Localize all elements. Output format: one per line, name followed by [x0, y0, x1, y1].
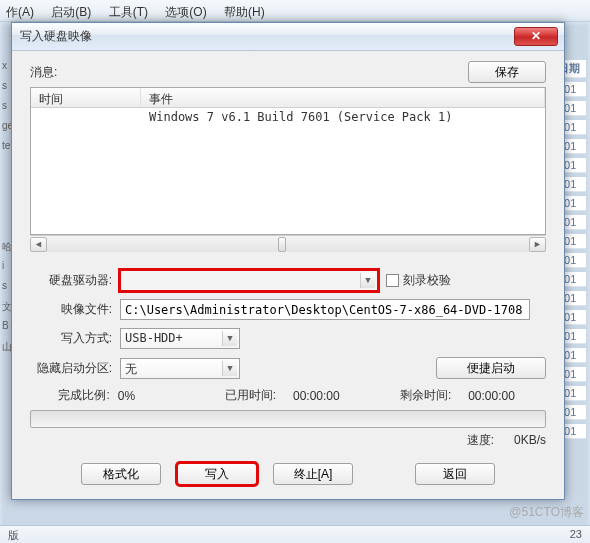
status-right: 23 — [570, 528, 582, 540]
menu-item[interactable]: 选项(O) — [165, 5, 206, 19]
messages-label: 消息: — [30, 64, 57, 81]
messages-listview[interactable]: 时间 事件 Windows 7 v6.1 Build 7601 (Service… — [30, 87, 546, 235]
close-icon: ✕ — [531, 29, 541, 43]
list-body: Windows 7 v6.1 Build 7601 (Service Pack … — [31, 108, 545, 126]
watermark: @51CTO博客 — [509, 504, 584, 521]
menu-item[interactable]: 作(A) — [6, 5, 34, 19]
chevron-down-icon[interactable]: ▼ — [360, 273, 375, 288]
col-time[interactable]: 时间 — [31, 88, 141, 107]
hide-boot-label: 隐藏启动分区: — [30, 360, 120, 377]
progress-bar — [30, 410, 546, 428]
speed-value: 0KB/s — [514, 433, 546, 447]
menu-item[interactable]: 工具(T) — [109, 5, 148, 19]
background-statusbar: 版 23 — [0, 525, 590, 543]
scroll-right-icon[interactable]: ► — [529, 237, 546, 252]
col-event[interactable]: 事件 — [141, 88, 545, 107]
status-left: 版 — [8, 529, 19, 541]
done-label: 完成比例: — [30, 387, 118, 404]
elapsed-label: 已用时间: — [225, 387, 293, 404]
chevron-down-icon[interactable]: ▼ — [222, 331, 237, 346]
cell-time — [31, 108, 141, 126]
format-button[interactable]: 格式化 — [81, 463, 161, 485]
save-button[interactable]: 保存 — [468, 61, 546, 83]
remain-label: 剩余时间: — [400, 387, 468, 404]
chevron-down-icon[interactable]: ▼ — [222, 361, 237, 376]
elapsed-value: 00:00:00 — [293, 389, 371, 403]
hide-boot-value: 无 — [125, 362, 137, 376]
hide-boot-combobox[interactable]: 无 ▼ — [120, 358, 240, 379]
titlebar[interactable]: 写入硬盘映像 ✕ — [12, 23, 564, 51]
drive-combobox[interactable]: ▼ — [120, 270, 378, 291]
close-button[interactable]: ✕ — [514, 27, 558, 46]
menu-item[interactable]: 启动(B) — [51, 5, 91, 19]
cell-event: Windows 7 v6.1 Build 7601 (Service Pack … — [141, 108, 545, 126]
scroll-left-icon[interactable]: ◄ — [30, 237, 47, 252]
image-file-field[interactable] — [120, 299, 530, 320]
write-mode-combobox[interactable]: USB-HDD+ ▼ — [120, 328, 240, 349]
quick-boot-button[interactable]: 便捷启动 — [436, 357, 546, 379]
speed-label: 速度: — [467, 433, 494, 447]
verify-checkbox[interactable] — [386, 274, 399, 287]
scroll-thumb[interactable] — [278, 237, 286, 252]
write-mode-value: USB-HDD+ — [125, 331, 183, 345]
write-button[interactable]: 写入 — [177, 463, 257, 485]
scroll-track[interactable] — [47, 237, 529, 252]
horizontal-scrollbar[interactable]: ◄ ► — [30, 235, 546, 252]
abort-button[interactable]: 终止[A] — [273, 463, 353, 485]
menu-item[interactable]: 帮助(H) — [224, 5, 265, 19]
list-header: 时间 事件 — [31, 88, 545, 108]
done-value: 0% — [118, 389, 196, 403]
remain-value: 00:00:00 — [468, 389, 546, 403]
write-mode-label: 写入方式: — [30, 330, 120, 347]
image-file-label: 映像文件: — [30, 301, 120, 318]
dialog-title: 写入硬盘映像 — [20, 28, 92, 45]
verify-label: 刻录校验 — [403, 272, 451, 289]
back-button[interactable]: 返回 — [415, 463, 495, 485]
list-row[interactable]: Windows 7 v6.1 Build 7601 (Service Pack … — [31, 108, 545, 126]
background-menubar: 作(A) 启动(B) 工具(T) 选项(O) 帮助(H) — [0, 0, 590, 22]
drive-label: 硬盘驱动器: — [30, 272, 120, 289]
write-disk-image-dialog: 写入硬盘映像 ✕ 消息: 保存 时间 事件 Windows 7 v6.1 Bui… — [11, 22, 565, 500]
